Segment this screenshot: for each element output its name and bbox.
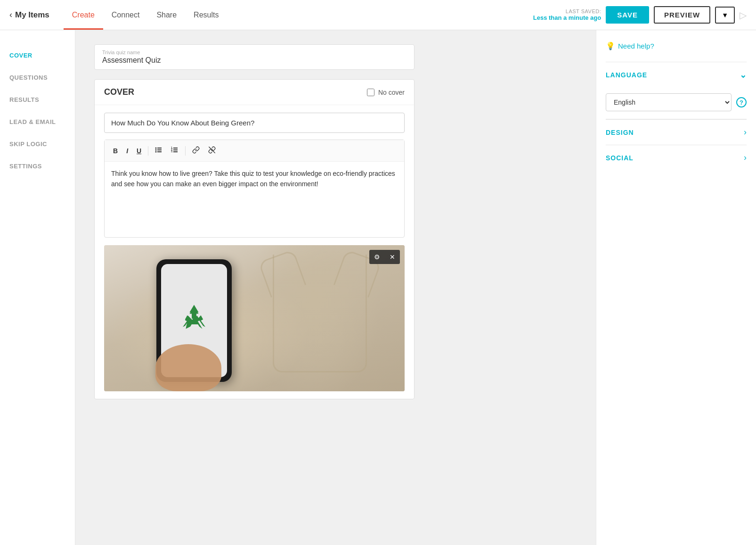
svg-rect-5 (157, 151, 162, 152)
quiz-name-box[interactable]: Trivia quiz name Assessment Quiz (94, 44, 415, 70)
no-cover-checkbox[interactable] (367, 89, 374, 96)
save-dropdown-button[interactable]: ▼ (715, 7, 735, 24)
sidebar-item-lead-email[interactable]: LEAD & EMAIL (0, 111, 75, 133)
sidebar-item-skip-logic[interactable]: SKIP LOGIC (0, 133, 75, 155)
lightbulb-icon: 💡 (606, 41, 615, 50)
image-sim (104, 245, 405, 391)
quiz-title-input[interactable] (104, 113, 405, 133)
tab-results[interactable]: Results (185, 0, 227, 30)
save-button[interactable]: SAVE (606, 6, 649, 24)
language-section-header[interactable]: LANGUAGE ⌄ (606, 62, 747, 88)
design-section-label: DESIGN (606, 129, 634, 136)
tab-share[interactable]: Share (148, 0, 185, 30)
nav-tabs: Create Connect Share Results (64, 0, 228, 30)
content-area: Trivia quiz name Assessment Quiz COVER N… (75, 30, 596, 545)
svg-point-2 (155, 149, 157, 151)
cover-panel-header: COVER No cover (95, 80, 414, 105)
topnav-right: LAST SAVED: Less than a minute ago SAVE … (533, 6, 747, 24)
svg-rect-1 (157, 148, 162, 149)
image-controls: ⚙ ✕ (369, 250, 400, 264)
link-button[interactable] (188, 144, 203, 157)
svg-rect-7 (173, 148, 178, 149)
top-navigation: ‹ My Items Create Connect Share Results … (0, 0, 756, 30)
quiz-name-label: Trivia quiz name (102, 50, 406, 55)
sidebar-item-questions[interactable]: QUESTIONS (0, 66, 75, 89)
cover-image (104, 245, 405, 391)
back-arrow-icon: ‹ (9, 10, 12, 20)
cover-panel: COVER No cover B I U (94, 79, 415, 399)
tab-create[interactable]: Create (64, 0, 103, 30)
sidebar: COVER QUESTIONS RESULTS LEAD & EMAIL SKI… (0, 30, 75, 545)
main-layout: COVER QUESTIONS RESULTS LEAD & EMAIL SKI… (0, 30, 756, 545)
editor-body[interactable]: Think you know how to live green? Take t… (105, 162, 404, 237)
my-items-label: My Items (15, 10, 49, 20)
language-section-label: LANGUAGE (606, 71, 647, 79)
quiz-name-value: Assessment Quiz (102, 56, 406, 65)
italic-button[interactable]: I (122, 145, 132, 157)
svg-text:3.: 3. (171, 150, 173, 153)
sidebar-item-results[interactable]: RESULTS (0, 89, 75, 111)
hand-sim (155, 344, 221, 391)
social-section-header[interactable]: SOCIAL › (606, 145, 747, 170)
last-saved: LAST SAVED: Less than a minute ago (533, 8, 601, 21)
image-settings-button[interactable]: ⚙ (369, 250, 385, 264)
editor-toolbar: B I U 1. (105, 140, 404, 162)
bullet-list-button[interactable] (151, 144, 166, 157)
cover-inner: B I U 1. (95, 105, 414, 399)
svg-rect-3 (157, 149, 162, 150)
need-help[interactable]: 💡 Need help? (606, 41, 747, 50)
social-section-label: SOCIAL (606, 154, 634, 162)
my-items-back[interactable]: ‹ My Items (9, 10, 49, 20)
text-editor: B I U 1. (104, 140, 405, 238)
social-chevron-right-icon: › (744, 153, 747, 163)
cover-panel-title: COVER (104, 87, 134, 97)
language-help-button[interactable]: ? (736, 97, 747, 107)
underline-button[interactable]: U (133, 145, 145, 157)
unlink-button[interactable] (204, 144, 219, 157)
flag-button[interactable]: ▷ (740, 9, 747, 21)
language-chevron-down-icon: ⌄ (740, 70, 747, 80)
sidebar-item-settings[interactable]: SETTINGS (0, 155, 75, 177)
svg-point-0 (155, 148, 157, 149)
close-icon: ✕ (390, 253, 395, 261)
preview-button[interactable]: PREVIEW (654, 6, 710, 24)
language-select[interactable]: English Spanish French German Portuguese (606, 93, 732, 111)
sidebar-item-cover[interactable]: COVER (0, 44, 75, 66)
language-section: English Spanish French German Portuguese… (606, 88, 747, 119)
svg-rect-9 (173, 149, 178, 150)
language-row: English Spanish French German Portuguese… (606, 93, 747, 111)
recycle-icon (175, 302, 213, 339)
svg-rect-11 (173, 151, 178, 152)
image-area: ⚙ ✕ (104, 245, 405, 391)
bold-button[interactable]: B (109, 145, 122, 157)
no-cover-checkbox-label[interactable]: No cover (367, 89, 405, 96)
design-section-header[interactable]: DESIGN › (606, 119, 747, 145)
right-panel: 💡 Need help? LANGUAGE ⌄ English Spanish … (596, 30, 756, 545)
numbered-list-button[interactable]: 1. 2. 3. (167, 144, 182, 157)
image-remove-button[interactable]: ✕ (385, 250, 400, 264)
svg-point-4 (155, 151, 157, 153)
design-chevron-right-icon: › (744, 127, 747, 137)
toolbar-divider-2 (185, 146, 186, 156)
settings-icon: ⚙ (374, 253, 380, 261)
toolbar-divider-1 (148, 146, 148, 156)
tab-connect[interactable]: Connect (103, 0, 148, 30)
